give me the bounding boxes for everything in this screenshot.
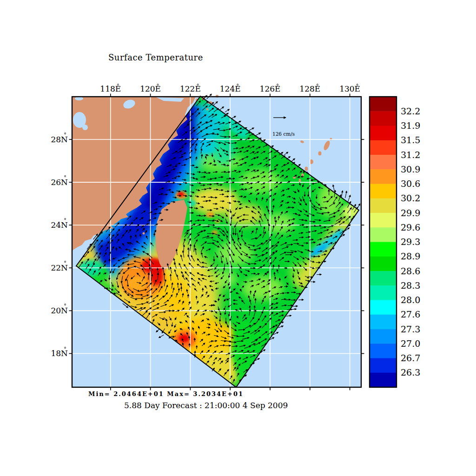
current-vector-arrow: [293, 214, 297, 214]
minmax-annotation: Min= 2.0464E+01 Max= 3.2034E+01: [88, 390, 244, 397]
colorbar-segment: [370, 373, 397, 388]
current-vector-arrow: [243, 215, 249, 215]
current-vector-arrow: [126, 250, 131, 250]
current-vector-arrow: [292, 306, 298, 306]
colorbar-tick-label: 30.2: [401, 193, 420, 203]
current-vector-arrow: [251, 291, 251, 294]
colorbar-segment: [370, 271, 397, 286]
colorbar-segment: [370, 344, 397, 358]
current-vector-arrow: [214, 190, 218, 190]
colorbar-segment: [370, 198, 397, 213]
current-vector-arrow: [181, 287, 182, 291]
current-vector-arrow: [219, 130, 225, 131]
current-vector-arrow: [290, 207, 294, 208]
colorbar-tick-label: 30.6: [401, 178, 420, 189]
colorbar-tick-label: 31.9: [401, 120, 420, 131]
degree-mark: °: [356, 83, 359, 89]
degree-mark: °: [64, 346, 66, 352]
colorbar-tick-label: 28.3: [401, 280, 420, 291]
degree-mark: °: [236, 83, 239, 89]
colorbar-tick-label: 29.9: [401, 208, 420, 218]
current-vector-arrow: [201, 197, 205, 197]
degree-mark: °: [64, 260, 66, 266]
colorbar-segment: [370, 111, 397, 126]
current-vector-arrow: [280, 278, 280, 281]
colorbar-segment: [370, 358, 397, 373]
current-vector-arrow: [284, 268, 287, 268]
current-vector-arrow: [178, 283, 178, 288]
current-vector-arrow: [207, 185, 212, 185]
current-vector-arrow: [200, 185, 205, 185]
current-vector-arrow: [206, 188, 211, 189]
colorbar-segment: [370, 140, 397, 155]
figure-page: Surface Temperature: [0, 0, 476, 476]
current-vector-arrow: [231, 196, 235, 197]
colorbar-segment: [370, 227, 397, 242]
current-vector-arrow: [171, 274, 171, 281]
current-vector-arrow: [251, 273, 256, 274]
colorbar-tick-label: 31.5: [401, 135, 420, 145]
colorbar-segment: [370, 155, 397, 170]
current-vector-arrow: [272, 210, 273, 215]
degree-mark: °: [157, 83, 159, 89]
colorbar-segment: [370, 184, 397, 199]
colorbar-tick-label: 28.9: [401, 251, 420, 261]
colorbar-segment: [370, 285, 397, 300]
colorbar-segment: [370, 329, 397, 344]
colorbar-segment: [370, 242, 397, 257]
current-vector-arrow: [316, 256, 320, 257]
colorbar-segment: [370, 315, 397, 330]
colorbar-tick-label: 29.3: [401, 237, 420, 247]
colorbar-tick-label: 28.6: [401, 266, 420, 276]
current-vector-arrow: [176, 176, 180, 177]
current-vector-arrow: [158, 273, 158, 280]
degree-mark: °: [117, 83, 119, 89]
current-vector-arrow: [206, 327, 210, 328]
surface-temperature-map: Surface Temperature: [0, 0, 476, 476]
current-vector-arrow: [188, 294, 189, 298]
current-vector-arrow: [166, 204, 170, 204]
colorbar-tick-label: 29.6: [401, 222, 420, 232]
current-vector-arrow: [202, 189, 206, 190]
colorbar-labels: 32.231.931.531.230.930.630.229.929.629.3…: [401, 106, 420, 378]
colorbar-segment: [370, 97, 397, 112]
current-vector-arrow: [284, 286, 288, 287]
scale-arrow-label: 126 cm/s: [272, 131, 295, 137]
chart-title: Surface Temperature: [108, 53, 203, 62]
current-vector-arrow: [220, 316, 220, 322]
degree-mark: °: [316, 83, 319, 89]
current-vector-arrow: [194, 167, 198, 168]
current-vector-arrow: [285, 293, 289, 293]
colorbar-tick-label: 26.3: [401, 367, 420, 377]
current-vector-arrow: [219, 194, 224, 195]
forecast-annotation: 5.88 Day Forecast : 21:00:00 4 Sep 2009: [124, 401, 288, 410]
current-vector-arrow: [236, 228, 236, 235]
colorbar-segment: [370, 257, 397, 271]
colorbar-tick-label: 28.0: [401, 295, 420, 305]
colorbar-segment: [370, 169, 397, 184]
current-vector-arrow: [311, 282, 315, 282]
colorbar-segment: [370, 213, 397, 228]
current-vector-arrow: [251, 264, 257, 264]
current-vector-arrow: [195, 354, 195, 358]
current-vector-arrow: [287, 252, 293, 253]
colorbar-segment: [370, 126, 397, 141]
current-vector-arrow: [304, 171, 304, 174]
current-vector-arrow: [293, 240, 298, 240]
degree-mark: °: [276, 83, 279, 89]
colorbar-tick-label: 32.2: [401, 106, 420, 116]
degree-mark: °: [64, 132, 66, 138]
colorbar-tick-label: 27.3: [401, 324, 420, 334]
colorbar: [370, 97, 397, 388]
current-vector-arrow: [197, 345, 197, 349]
colorbar-tick-label: 27.0: [401, 338, 420, 349]
colorbar-tick-label: 27.6: [401, 309, 420, 319]
colorbar-segment: [370, 300, 397, 315]
colorbar-tick-label: 30.9: [401, 164, 420, 174]
colorbar-tick-label: 31.2: [401, 150, 420, 160]
degree-mark: °: [197, 83, 199, 89]
degree-mark: °: [64, 218, 66, 224]
colorbar-tick-label: 26.7: [401, 353, 420, 363]
degree-mark: °: [64, 303, 66, 309]
current-vector-arrow: [254, 294, 254, 298]
